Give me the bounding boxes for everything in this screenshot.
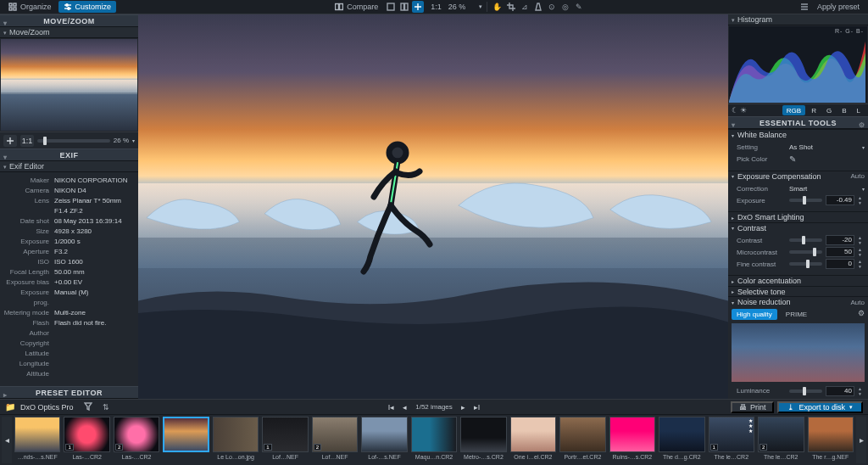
nav-last-icon[interactable]: ▸I	[474, 403, 481, 412]
view-split-icon[interactable]	[398, 1, 410, 13]
compare-button[interactable]: Compare	[330, 1, 383, 13]
thumbnail-frame[interactable]	[460, 417, 506, 452]
exif-header[interactable]: ▾ EXIF	[0, 148, 138, 161]
redeye-tool-icon[interactable]: ◎	[559, 1, 571, 13]
thumbnail-item[interactable]: …nds-…s.NEF	[14, 417, 60, 463]
move-zoom-header[interactable]: ▾ MOVE/ZOOM	[0, 14, 138, 27]
thumbnail-frame[interactable]	[559, 417, 605, 452]
dust-tool-icon[interactable]: ⊙	[546, 1, 558, 13]
thumbnail-frame[interactable]	[213, 417, 259, 452]
preset-editor-header[interactable]: ▸ PRESET EDITOR	[0, 386, 138, 399]
thumbnail-frame[interactable]	[163, 417, 209, 452]
zoom-slider[interactable]	[37, 139, 110, 143]
thumbnail-frame[interactable]: 1★★★	[709, 417, 754, 452]
exposure-stepper[interactable]: ▲▼	[858, 195, 865, 205]
auto-label[interactable]: Auto	[851, 172, 865, 180]
micro-value[interactable]: 50	[826, 247, 854, 257]
noise-hq-button[interactable]: High quality	[732, 309, 777, 320]
organize-button[interactable]: Organize	[3, 1, 57, 13]
fine-value[interactable]: 0	[826, 259, 854, 269]
thumbnail-item[interactable]: Maqu…n.CR2	[411, 417, 457, 463]
thumbnail-item[interactable]: Metro-…s.CR2	[460, 417, 506, 463]
thumbnail-item[interactable]: 2Las-…CR2	[114, 417, 159, 463]
viewer[interactable]	[138, 14, 728, 399]
expcomp-correction-value[interactable]: Smart	[789, 185, 807, 193]
fine-stepper[interactable]: ▲▼	[858, 259, 865, 269]
contrast-slider[interactable]	[789, 238, 822, 242]
scroll-left-button[interactable]: ◂	[2, 417, 12, 463]
thumbnail-frame[interactable]	[14, 417, 60, 452]
thumbnail-item[interactable]: 2The le…CR2	[758, 417, 804, 463]
thumbnail-item[interactable]: Ruins-…s.CR2	[609, 417, 655, 463]
thumbnail-item[interactable]: 1★★★The le…CR2	[709, 417, 754, 463]
thumbnail-item[interactable]: Lof-…s.NEF	[361, 417, 407, 463]
noise-header[interactable]: ▾Noise reductionAuto	[728, 296, 868, 307]
print-button[interactable]: 🖶 Print	[731, 401, 775, 413]
micro-stepper[interactable]: ▲▼	[858, 247, 865, 257]
nav-next-icon[interactable]: ▸	[461, 403, 465, 412]
scroll-right-button[interactable]: ▸	[856, 417, 866, 463]
perspective-tool-icon[interactable]	[532, 1, 544, 13]
dropdown-icon[interactable]: ▾	[862, 186, 865, 192]
sun-icon[interactable]: ☀	[740, 106, 747, 115]
dropdown-icon[interactable]: ▾	[862, 144, 865, 150]
zoom-1to1-mini-button[interactable]: 1:1	[20, 135, 34, 147]
thumbnail-item[interactable]: 1Lof…NEF	[262, 417, 308, 463]
contrast-stepper[interactable]: ▲▼	[858, 235, 865, 245]
smartlight-header[interactable]: ▸DxO Smart Lighting	[728, 211, 868, 222]
thumbnail-frame[interactable]: 2	[758, 417, 804, 452]
auto-label[interactable]: Auto	[851, 299, 865, 306]
channel-r[interactable]: R	[807, 105, 821, 115]
thumbnail-frame[interactable]: 1	[262, 417, 308, 452]
customize-button[interactable]: Customize	[58, 1, 117, 13]
exposure-slider[interactable]	[789, 199, 822, 202]
whitebalance-header[interactable]: ▾White Balance	[728, 129, 868, 140]
channel-b[interactable]: B	[837, 105, 850, 115]
thumbnail-item[interactable]	[163, 417, 209, 463]
thumbnail-item[interactable]: 2Lof…NEF	[312, 417, 358, 463]
thumbnail-frame[interactable]: 1	[64, 417, 109, 452]
sort-icon[interactable]: ⇅	[103, 403, 109, 412]
channel-rgb[interactable]: RGB	[782, 105, 805, 115]
thumbnail-frame[interactable]	[411, 417, 457, 452]
thumbnail-frame[interactable]	[510, 417, 556, 452]
noise-prime-button[interactable]: PRIME	[781, 309, 812, 320]
moon-icon[interactable]: ☾	[732, 106, 738, 115]
thumbnail-frame[interactable]: 2	[312, 417, 358, 452]
filter-icon[interactable]	[84, 402, 92, 412]
thumbnail-frame[interactable]	[609, 417, 655, 452]
noise-settings-icon[interactable]: ⚙	[858, 309, 865, 320]
exif-editor-subheader[interactable]: ▾ Exif Editor	[0, 161, 138, 172]
thumbnail-frame[interactable]: 2	[114, 417, 159, 452]
wb-setting-value[interactable]: As Shot	[789, 143, 813, 151]
eyedropper-icon[interactable]: ✎	[789, 154, 796, 164]
crop-tool-icon[interactable]	[505, 1, 517, 13]
navigator-preview[interactable]	[1, 39, 137, 131]
hand-tool-icon[interactable]: ✋	[492, 1, 504, 13]
thumbnail-item[interactable]: The d…g.CR2	[659, 417, 704, 463]
seltone-header[interactable]: ▸Selective tone	[728, 286, 868, 297]
contrast-value[interactable]: -20	[826, 235, 854, 245]
thumbnail-item[interactable]: Portr…et.CR2	[559, 417, 605, 463]
zoom-fit-mini-button[interactable]	[3, 135, 17, 147]
zoom-fit-icon[interactable]	[412, 1, 424, 13]
micro-slider[interactable]	[789, 250, 822, 254]
thumbnail-frame[interactable]	[808, 417, 854, 452]
gear-icon[interactable]: ⚙	[859, 119, 865, 132]
collapse-icon[interactable]: ▾	[3, 151, 8, 164]
view-single-icon[interactable]	[385, 1, 397, 13]
apply-preset-button[interactable]: Apply preset	[812, 1, 865, 13]
chevron-down-icon[interactable]: ▾	[732, 119, 736, 132]
luminance-value[interactable]: 40	[826, 386, 854, 396]
zoom-1to1-button[interactable]: 1:1	[426, 1, 447, 13]
channel-l[interactable]: L	[853, 105, 865, 115]
zoom-dropdown-mini-icon[interactable]: ▾	[132, 137, 135, 143]
histogram-header[interactable]: ▾ Histogram	[728, 14, 868, 25]
thumbnail-item[interactable]: The r…g.NEF	[808, 417, 854, 463]
exposure-value[interactable]: -0.49	[826, 195, 854, 205]
luminance-slider[interactable]	[789, 389, 822, 393]
fine-slider[interactable]	[789, 262, 822, 266]
export-button[interactable]: ⤓ Export to disk ▾	[777, 401, 863, 413]
thumbnail-frame[interactable]	[659, 417, 704, 452]
channel-g[interactable]: G	[822, 105, 836, 115]
